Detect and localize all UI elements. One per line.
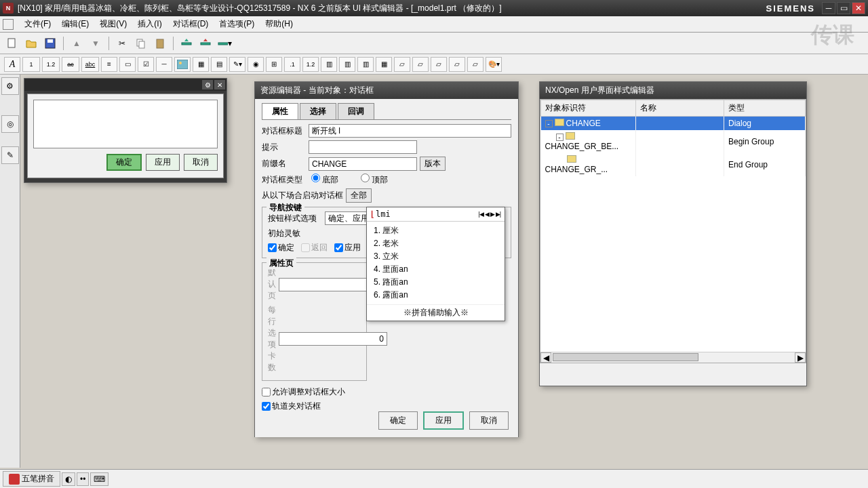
tree-hscroll[interactable]: ◀ ▶	[540, 352, 806, 363]
sidebar-gear-icon[interactable]: ⚙	[1, 77, 19, 95]
version-button[interactable]: 版本	[420, 157, 446, 171]
layout1-button[interactable]: ⊞	[266, 57, 282, 72]
minimize-button[interactable]: ─	[822, 2, 835, 14]
menu-file[interactable]: 文件(F)	[19, 16, 56, 32]
radio-top[interactable]	[361, 174, 370, 182]
pencil-button[interactable]: ✎▾	[229, 57, 245, 72]
tab-attributes[interactable]: 属性	[262, 103, 298, 119]
col-name[interactable]: 名称	[636, 100, 724, 117]
table-row[interactable]: -CHANGE_GR_BE...Begin Group	[541, 130, 806, 153]
ime-taskbar-item[interactable]: 五笔拼音	[3, 471, 60, 487]
tab-select[interactable]: 选择	[300, 103, 336, 119]
sub12-button[interactable]: 1.2	[302, 57, 319, 72]
scroll-right-icon[interactable]: ▶	[795, 352, 806, 363]
tool-c-icon[interactable]: ▾	[216, 35, 233, 52]
ime-cand-2[interactable]: 2. 老米	[374, 237, 498, 250]
menu-insert[interactable]: 插入(I)	[132, 16, 167, 32]
dialog-title-input[interactable]	[309, 124, 511, 138]
menu-help[interactable]: 帮助(H)	[260, 16, 298, 32]
open-file-icon[interactable]	[23, 35, 39, 52]
ime-nav-first[interactable]: |◀	[478, 211, 483, 218]
palette-button[interactable]: 🎨▾	[486, 57, 502, 72]
copy-icon[interactable]	[133, 35, 149, 52]
tree-toggle-icon[interactable]: -	[545, 120, 553, 127]
cut-icon[interactable]: ✂	[114, 35, 130, 52]
ime-keyboard-icon[interactable]: ⌨	[90, 472, 108, 486]
col3-button[interactable]: ▥	[357, 57, 374, 72]
ime-punct-icon[interactable]: ••	[77, 472, 89, 486]
rows-per-tab-input[interactable]	[279, 332, 387, 346]
doc1-button[interactable]: ▱	[394, 57, 410, 72]
ime-nav-last[interactable]: ▶|	[496, 211, 500, 218]
menu-pref[interactable]: 首选项(P)	[214, 16, 260, 32]
grid1-button[interactable]: ▦	[193, 57, 209, 72]
down-arrow-icon[interactable]: ▼	[87, 35, 104, 52]
ime-cand-5[interactable]: 5. 路面an	[374, 276, 498, 289]
menu-view[interactable]: 视图(V)	[94, 16, 132, 32]
dialog-type-bottom[interactable]: 底部	[311, 174, 355, 186]
line-button[interactable]: ─	[156, 57, 172, 72]
radio-button-icon[interactable]: ◉	[248, 57, 264, 72]
preview-close-icon[interactable]: ✕	[214, 80, 225, 89]
tree-toggle-icon[interactable]: -	[556, 134, 564, 141]
ime-nav-next[interactable]: ▶	[490, 211, 494, 218]
new-file-icon[interactable]	[4, 35, 20, 52]
col-type[interactable]: 类型	[724, 100, 806, 117]
image-button[interactable]	[174, 57, 191, 72]
label-ac-button[interactable]: ac	[62, 57, 79, 72]
sidebar-globe-icon[interactable]: ◎	[1, 115, 19, 133]
col4-button[interactable]: ▦	[376, 57, 392, 72]
close-button[interactable]: ✕	[852, 2, 865, 14]
ime-cand-6[interactable]: 6. 露面an	[374, 289, 498, 302]
cb-apply[interactable]: 应用	[334, 242, 361, 253]
menu-dialog[interactable]: 对话框(D)	[167, 16, 214, 32]
cb-ok[interactable]: 确定	[268, 242, 294, 253]
label-12-button[interactable]: 1.2	[42, 57, 60, 72]
scroll-thumb[interactable]	[553, 353, 698, 361]
col1-button[interactable]: ▥	[321, 57, 337, 72]
tool-b-icon[interactable]	[197, 35, 214, 52]
save-file-icon[interactable]	[42, 35, 58, 52]
maximize-button[interactable]: ▭	[837, 2, 850, 14]
scroll-left-icon[interactable]: ◀	[540, 352, 551, 363]
check-button[interactable]: ☑	[138, 57, 154, 72]
ime-cand-4[interactable]: 4. 里面an	[374, 263, 498, 276]
preview-cancel-button[interactable]: 取消	[184, 154, 218, 171]
sidebar-tool-icon[interactable]: ✎	[1, 146, 19, 164]
hint-input[interactable]	[309, 140, 417, 154]
prefix-input[interactable]	[309, 157, 417, 171]
editor-ok-button[interactable]: 确定	[378, 411, 418, 430]
up-arrow-icon[interactable]: ▲	[68, 35, 85, 52]
menu-edit[interactable]: 编辑(E)	[56, 16, 94, 32]
grid2-button[interactable]: ▤	[211, 57, 227, 72]
ime-cand-3[interactable]: 3. 立米	[374, 250, 498, 263]
doc2-button[interactable]: ▱	[412, 57, 429, 72]
rect-button[interactable]: ▭	[119, 57, 136, 72]
label-abc-button[interactable]: abc	[81, 57, 99, 72]
dialog-type-top[interactable]: 顶部	[361, 174, 405, 186]
sub1-button[interactable]: .1	[284, 57, 300, 72]
ime-cand-1[interactable]: 1. 厘米	[374, 224, 498, 237]
preview-settings-icon[interactable]: ⚙	[202, 80, 213, 89]
text-tool-icon[interactable]: A	[4, 57, 20, 72]
editor-cancel-button[interactable]: 取消	[469, 411, 509, 430]
label-1-button[interactable]: 1	[22, 57, 40, 72]
tool-a-icon[interactable]	[178, 35, 195, 52]
doc4-button[interactable]: ▱	[449, 57, 465, 72]
cb-back[interactable]: 返回	[301, 242, 328, 253]
preview-ok-button[interactable]: 确定	[106, 154, 142, 171]
align-button[interactable]: ≡	[101, 57, 117, 72]
radio-bottom[interactable]	[311, 174, 320, 182]
doc5-button[interactable]: ▱	[467, 57, 484, 72]
table-row[interactable]: CHANGE_GR_...End Group	[541, 153, 806, 176]
editor-apply-button[interactable]: 应用	[423, 411, 464, 430]
ime-mode-icon[interactable]: ◐	[62, 472, 75, 486]
paste-icon[interactable]	[152, 35, 168, 52]
col-id[interactable]: 对象标识符	[541, 100, 636, 117]
col2-button[interactable]: ▥	[339, 57, 355, 72]
ime-nav-prev[interactable]: ◀	[485, 211, 489, 218]
tab-callback[interactable]: 回调	[338, 103, 374, 119]
table-row[interactable]: -CHANGEDialog	[541, 117, 806, 131]
track-dialog-checkbox[interactable]: 轨道夹对话框	[262, 401, 321, 412]
preview-apply-button[interactable]: 应用	[146, 154, 180, 171]
